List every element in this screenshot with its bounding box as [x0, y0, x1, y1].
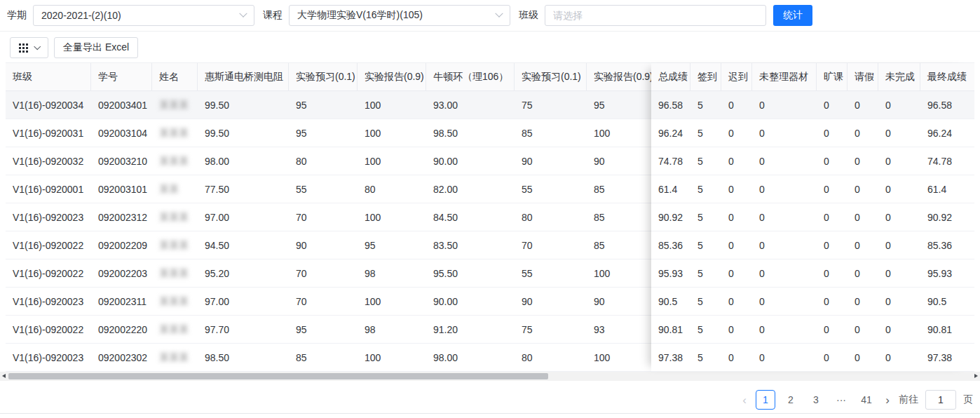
- table-row[interactable]: 96.5850000096.58: [651, 91, 974, 119]
- table-row[interactable]: 61.450000061.4: [651, 175, 974, 203]
- column-header: 总成绩: [651, 63, 690, 90]
- scrollbar-right-arrow-icon[interactable]: [974, 374, 978, 378]
- cell: 93: [587, 316, 651, 343]
- cell: 90.92: [651, 203, 690, 231]
- cell: 85: [515, 119, 587, 147]
- cell: 95: [358, 231, 426, 259]
- cell: 某某某: [152, 147, 198, 175]
- horizontal-scrollbar[interactable]: [0, 372, 980, 381]
- cell: 80: [515, 203, 587, 231]
- cell: V1(16)-0920023: [6, 203, 91, 231]
- cell: 092002311: [91, 288, 152, 315]
- class-input[interactable]: [553, 6, 758, 25]
- table-row[interactable]: 74.7850000074.78: [651, 147, 974, 175]
- cell: 95.50: [426, 259, 515, 287]
- table-row[interactable]: V1(16)-0920022092002203某某某95.20709895.50…: [6, 259, 651, 288]
- cell: 5: [690, 147, 721, 175]
- column-header: 签到: [690, 63, 721, 90]
- cell: 5: [690, 316, 721, 343]
- table-row[interactable]: V1(16)-0920034092003401某某某99.509510093.0…: [6, 91, 651, 119]
- column-header: 实验报告(0.9): [587, 63, 651, 90]
- table-row[interactable]: V1(16)-0920001092003101某某77.50558082.005…: [6, 175, 651, 203]
- cell: 5: [690, 119, 721, 147]
- cell: 0: [817, 91, 848, 119]
- cell: 0: [878, 119, 920, 147]
- scrollbar-left-arrow-icon[interactable]: [2, 374, 6, 378]
- column-header: 最终成绩: [920, 63, 974, 90]
- export-excel-button[interactable]: 全量导出 Excel: [54, 37, 138, 58]
- table-row[interactable]: 90.9250000090.92: [651, 203, 974, 231]
- table-row[interactable]: V1(16)-0920031092003104某某某99.509510098.5…: [6, 119, 651, 147]
- semester-label: 学期: [7, 9, 27, 22]
- table-row[interactable]: 97.3850000097.38: [651, 344, 974, 372]
- cell: 0: [752, 119, 817, 147]
- cell: 0: [752, 259, 817, 287]
- cell: 0: [721, 344, 752, 371]
- cell: 0: [817, 119, 848, 147]
- pagination-page-41[interactable]: 41: [857, 390, 876, 410]
- cell: 100: [358, 344, 426, 371]
- pagination-goto-label: 前往: [899, 393, 918, 406]
- cell: 0: [817, 288, 848, 315]
- table-row[interactable]: 90.550000090.5: [651, 288, 974, 316]
- cell: 092002302: [91, 344, 152, 371]
- table-row[interactable]: V1(16)-0920022092002209某某某94.50909583.50…: [6, 231, 651, 259]
- table-row[interactable]: 96.2450000096.24: [651, 119, 974, 147]
- cell: 0: [878, 91, 920, 119]
- cell: 0: [848, 259, 878, 287]
- table-row[interactable]: V1(16)-0920032092003210某某某98.008010090.0…: [6, 147, 651, 175]
- cell: 0: [721, 288, 752, 315]
- pagination-goto-input[interactable]: [925, 390, 956, 410]
- cell: 90.00: [426, 147, 515, 175]
- table-row[interactable]: V1(16)-0920023092002302某某某98.508510098.0…: [6, 344, 651, 372]
- cell: 0: [817, 231, 848, 259]
- table-row[interactable]: V1(16)-0920023092002311某某某97.007010090.0…: [6, 288, 651, 316]
- cell: 某某某: [152, 119, 198, 147]
- table-row[interactable]: 95.9350000095.93: [651, 259, 974, 288]
- cell: 某某某: [152, 316, 198, 343]
- column-header: 未整理器材: [752, 63, 817, 90]
- cell: 5: [690, 175, 721, 203]
- chevron-down-icon: [239, 10, 247, 18]
- pagination-page-3[interactable]: 3: [806, 390, 826, 410]
- cell: 某某: [152, 175, 198, 203]
- pagination-page-1[interactable]: 1: [756, 390, 775, 410]
- cell: 97.38: [651, 344, 690, 371]
- cell: 5: [690, 259, 721, 287]
- pagination-page-2[interactable]: 2: [781, 390, 801, 410]
- cell: 99.50: [198, 91, 289, 119]
- column-settings-button[interactable]: [10, 37, 48, 58]
- cell: 74.78: [651, 147, 690, 175]
- semester-select[interactable]: 2020-2021-(2)(10): [33, 5, 254, 26]
- cell: 90.00: [426, 288, 515, 315]
- cell: 0: [848, 119, 878, 147]
- pagination-prev-icon[interactable]: ‹: [739, 394, 750, 406]
- cell: 90.5: [920, 288, 974, 315]
- cell: 90.81: [920, 316, 974, 343]
- cell: 98.50: [198, 344, 289, 371]
- cell: 55: [515, 259, 587, 287]
- cell: 98.00: [426, 344, 515, 371]
- cell: 092003104: [91, 119, 152, 147]
- pagination-ellipsis[interactable]: ···: [831, 390, 851, 410]
- column-header: 惠斯通电桥测电阻: [198, 63, 289, 90]
- cell: 90.81: [651, 316, 690, 343]
- table-row[interactable]: 90.8150000090.81: [651, 316, 974, 344]
- stats-button[interactable]: 统计: [773, 5, 812, 26]
- table-row[interactable]: V1(16)-0920023092002312某某某97.007010084.5…: [6, 203, 651, 231]
- column-header: 实验报告(0.9): [358, 63, 426, 90]
- cell: 0: [878, 288, 920, 315]
- cell: 092002220: [91, 316, 152, 343]
- table-header-row-fixed: 总成绩签到迟到未整理器材旷课请假未完成最终成绩: [651, 63, 974, 91]
- scrollbar-thumb[interactable]: [8, 373, 548, 379]
- cell: V1(16)-0920022: [6, 231, 91, 259]
- table-row[interactable]: 85.3650000085.36: [651, 231, 974, 259]
- cell: 0: [721, 231, 752, 259]
- class-select[interactable]: [545, 5, 766, 26]
- column-header: 学号: [91, 63, 152, 90]
- table-row[interactable]: V1(16)-0920022092002220某某某97.70959891.20…: [6, 316, 651, 344]
- course-select[interactable]: 大学物理实验V(16学时)(105): [289, 5, 510, 26]
- cell: 某某某: [152, 259, 198, 287]
- cell: 94.50: [198, 231, 289, 259]
- pagination-next-icon[interactable]: ›: [882, 394, 893, 406]
